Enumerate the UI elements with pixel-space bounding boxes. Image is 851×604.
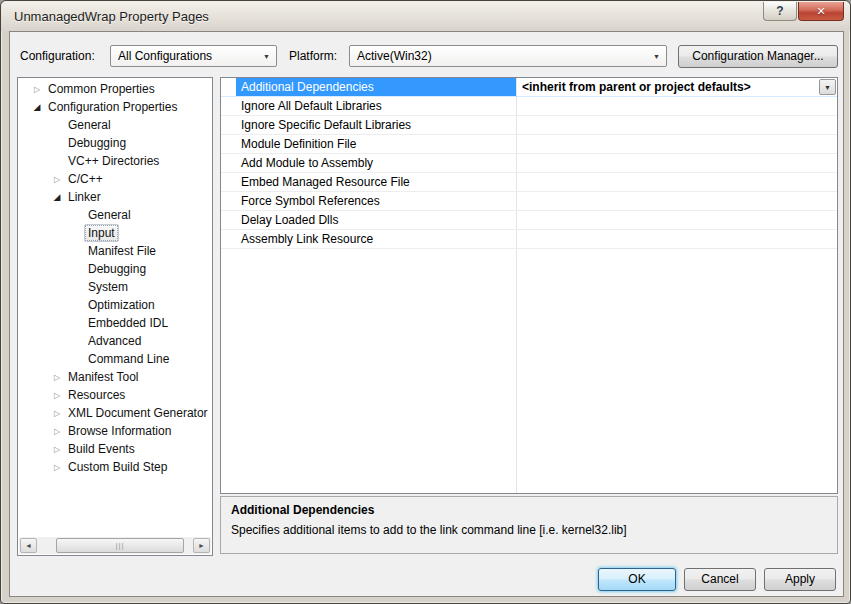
expand-arrow-icon[interactable]: ▷ xyxy=(50,175,64,184)
property-pages-dialog: UnmanagedWrap Property Pages ? ✕ Configu… xyxy=(0,0,851,604)
tree-item-label: General xyxy=(84,206,135,224)
scrollbar-thumb[interactable]: ||| xyxy=(56,538,184,553)
tree-item-c-c[interactable]: ▷C/C++ xyxy=(18,170,212,188)
expand-arrow-icon[interactable]: ▷ xyxy=(50,445,64,454)
tree-item-advanced[interactable]: Advanced xyxy=(18,332,212,350)
tree-item-label: System xyxy=(84,278,132,296)
property-row-assembly-link-resource[interactable]: Assembly Link Resource xyxy=(221,230,837,249)
property-value[interactable] xyxy=(516,230,837,248)
tree-item-label: Linker xyxy=(64,188,105,206)
property-name[interactable]: Ignore Specific Default Libraries xyxy=(236,116,516,134)
property-row-module-definition-file[interactable]: Module Definition File xyxy=(221,135,837,154)
collapse-arrow-icon[interactable]: ◢ xyxy=(50,192,64,202)
value-dropdown-button[interactable]: ▼ xyxy=(819,79,836,95)
tree-item-label: XML Document Generator xyxy=(64,404,212,422)
window-title: UnmanagedWrap Property Pages xyxy=(14,9,209,24)
help-button[interactable]: ? xyxy=(763,2,797,21)
property-value[interactable]: <inherit from parent or project defaults… xyxy=(516,78,837,96)
tree-item-linker[interactable]: ◢Linker xyxy=(18,188,212,206)
expand-arrow-icon[interactable]: ▷ xyxy=(30,85,44,94)
tree-item-browse-information[interactable]: ▷Browse Information xyxy=(18,422,212,440)
tree-item-label: Build Events xyxy=(64,440,139,458)
tree-horizontal-scrollbar[interactable]: ◄ ||| ► xyxy=(19,537,211,554)
property-value[interactable] xyxy=(516,211,837,229)
apply-button[interactable]: Apply xyxy=(764,568,836,591)
row-gutter xyxy=(221,192,236,210)
tree-item-configuration-properties[interactable]: ◢Configuration Properties xyxy=(18,98,212,116)
property-row-add-module-to-assembly[interactable]: Add Module to Assembly xyxy=(221,154,837,173)
property-name[interactable]: Delay Loaded Dlls xyxy=(236,211,516,229)
property-value-text: <inherit from parent or project defaults… xyxy=(522,80,751,94)
expand-arrow-icon[interactable]: ▷ xyxy=(50,373,64,382)
tree-item-xml-document-generator[interactable]: ▷XML Document Generator xyxy=(18,404,212,422)
tree-item-label: Advanced xyxy=(84,332,145,350)
property-value[interactable] xyxy=(516,192,837,210)
property-row-additional-dependencies[interactable]: Additional Dependencies<inherit from par… xyxy=(221,78,837,97)
tree-item-debugging[interactable]: Debugging xyxy=(18,134,212,152)
close-button[interactable]: ✕ xyxy=(798,2,844,21)
tree-item-command-line[interactable]: Command Line xyxy=(18,350,212,368)
tree-item-manifest-tool[interactable]: ▷Manifest Tool xyxy=(18,368,212,386)
expand-arrow-icon[interactable]: ▷ xyxy=(50,463,64,472)
property-name[interactable]: Module Definition File xyxy=(236,135,516,153)
tree-item-common-properties[interactable]: ▷Common Properties xyxy=(18,80,212,98)
description-text: Specifies additional items to add to the… xyxy=(231,523,827,537)
description-title: Additional Dependencies xyxy=(231,503,827,517)
tree-item-label: C/C++ xyxy=(64,170,107,188)
expand-arrow-icon[interactable]: ▷ xyxy=(50,409,64,418)
description-panel: Additional Dependencies Specifies additi… xyxy=(220,496,838,554)
tree-item-build-events[interactable]: ▷Build Events xyxy=(18,440,212,458)
configuration-combobox[interactable]: All Configurations ▼ xyxy=(110,45,277,67)
tree-item-debugging[interactable]: Debugging xyxy=(18,260,212,278)
tree-item-resources[interactable]: ▷Resources xyxy=(18,386,212,404)
property-row-ignore-specific-default-libraries[interactable]: Ignore Specific Default Libraries xyxy=(221,116,837,135)
tree-item-general[interactable]: General xyxy=(18,116,212,134)
property-grid: Additional Dependencies<inherit from par… xyxy=(220,77,838,494)
property-row-delay-loaded-dlls[interactable]: Delay Loaded Dlls xyxy=(221,211,837,230)
ok-button[interactable]: OK xyxy=(598,568,676,591)
cancel-button[interactable]: Cancel xyxy=(684,568,756,591)
property-value[interactable] xyxy=(516,97,837,115)
tree-item-optimization[interactable]: Optimization xyxy=(18,296,212,314)
property-value[interactable] xyxy=(516,135,837,153)
property-value[interactable] xyxy=(516,116,837,134)
scrollbar-track[interactable]: ||| xyxy=(38,537,192,554)
row-gutter xyxy=(221,211,236,229)
tree-item-manifest-file[interactable]: Manifest File xyxy=(18,242,212,260)
close-icon: ✕ xyxy=(816,5,825,18)
property-row-force-symbol-references[interactable]: Force Symbol References xyxy=(221,192,837,211)
property-name[interactable]: Additional Dependencies xyxy=(236,78,516,96)
property-value[interactable] xyxy=(516,154,837,172)
tree-item-vc-directories[interactable]: VC++ Directories xyxy=(18,152,212,170)
platform-value: Active(Win32) xyxy=(357,49,432,63)
property-name[interactable]: Add Module to Assembly xyxy=(236,154,516,172)
tree-item-label: General xyxy=(64,116,115,134)
help-icon: ? xyxy=(776,4,783,18)
scroll-right-button[interactable]: ► xyxy=(193,538,210,553)
chevron-down-icon: ▼ xyxy=(824,84,831,91)
property-name[interactable]: Embed Managed Resource File xyxy=(236,173,516,191)
row-gutter xyxy=(221,97,236,115)
property-name[interactable]: Ignore All Default Libraries xyxy=(236,97,516,115)
configuration-manager-button[interactable]: Configuration Manager... xyxy=(678,45,838,68)
row-gutter xyxy=(221,116,236,134)
tree-item-system[interactable]: System xyxy=(18,278,212,296)
chevron-down-icon: ▼ xyxy=(653,53,660,60)
tree-item-input[interactable]: Input xyxy=(18,224,212,242)
tree-item-label: Embedded IDL xyxy=(84,314,172,332)
tree-item-general[interactable]: General xyxy=(18,206,212,224)
platform-combobox[interactable]: Active(Win32) ▼ xyxy=(349,45,667,67)
property-name[interactable]: Assembly Link Resource xyxy=(236,230,516,248)
expand-arrow-icon[interactable]: ▷ xyxy=(50,427,64,436)
property-name[interactable]: Force Symbol References xyxy=(236,192,516,210)
property-grid-rows: Additional Dependencies<inherit from par… xyxy=(221,78,837,249)
property-value[interactable] xyxy=(516,173,837,191)
titlebar[interactable]: UnmanagedWrap Property Pages ? ✕ xyxy=(1,1,850,31)
expand-arrow-icon[interactable]: ▷ xyxy=(50,391,64,400)
tree-item-custom-build-step[interactable]: ▷Custom Build Step xyxy=(18,458,212,476)
tree-item-embedded-idl[interactable]: Embedded IDL xyxy=(18,314,212,332)
property-row-embed-managed-resource-file[interactable]: Embed Managed Resource File xyxy=(221,173,837,192)
collapse-arrow-icon[interactable]: ◢ xyxy=(30,102,44,112)
property-row-ignore-all-default-libraries[interactable]: Ignore All Default Libraries xyxy=(221,97,837,116)
scroll-left-button[interactable]: ◄ xyxy=(20,538,37,553)
